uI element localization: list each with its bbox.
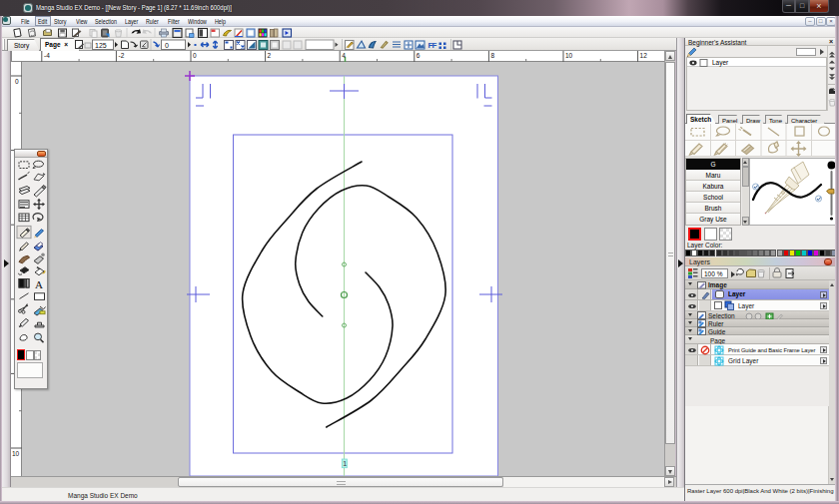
svg-text:2: 2 [268, 52, 272, 59]
svg-text:0: 0 [165, 42, 169, 49]
svg-text:1: 1 [343, 460, 347, 467]
svg-text:12: 12 [640, 52, 648, 59]
svg-text:4: 4 [342, 52, 346, 59]
svg-text:-4: -4 [44, 52, 50, 59]
svg-text:125: 125 [95, 42, 107, 49]
svg-text:-2: -2 [119, 52, 125, 59]
svg-text:10: 10 [565, 52, 573, 59]
svg-text:10: 10 [12, 450, 20, 457]
svg-text:0: 0 [193, 52, 197, 59]
svg-text:0: 0 [15, 78, 19, 85]
svg-text:8: 8 [490, 52, 494, 59]
svg-text:A: A [35, 278, 43, 290]
svg-text:6: 6 [417, 52, 420, 59]
svg-text:FF: FF [428, 41, 437, 50]
